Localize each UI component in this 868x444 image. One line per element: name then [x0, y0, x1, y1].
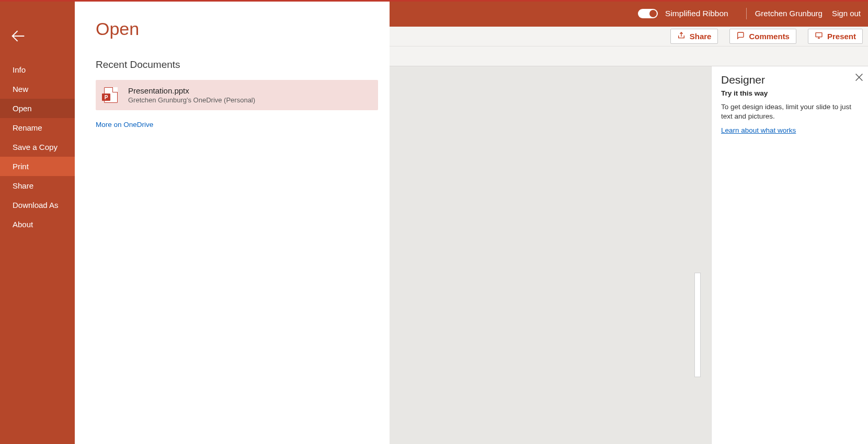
simplified-ribbon-toggle[interactable]: [638, 9, 658, 18]
backstage-item-print[interactable]: Print: [0, 157, 75, 176]
backstage-menu: Info New Open Rename Save a Copy Print S…: [0, 60, 75, 234]
backstage-main: Open Recent Documents P Presentation.ppt…: [75, 0, 390, 444]
recent-file-row[interactable]: P Presentation.pptx Gretchen Grunburg's …: [96, 80, 378, 110]
comments-label: Comments: [749, 32, 790, 41]
designer-title: Designer: [721, 74, 859, 86]
pptx-badge: P: [102, 94, 110, 101]
thumbnail-scrollbar[interactable]: [694, 273, 701, 377]
share-button[interactable]: Share: [670, 29, 718, 44]
recent-file-name: Presentation.pptx: [128, 86, 255, 95]
designer-subtitle: Try it this way: [721, 89, 859, 97]
present-button[interactable]: Present: [808, 29, 863, 44]
simplified-ribbon-label: Simplified Ribbon: [665, 9, 728, 18]
backstage-item-share[interactable]: Share: [0, 176, 75, 195]
backstage-item-about[interactable]: About: [0, 215, 75, 234]
close-icon[interactable]: [853, 72, 865, 83]
sign-out-link[interactable]: Sign out: [832, 9, 861, 18]
backstage-panel: Info New Open Rename Save a Copy Print S…: [0, 0, 390, 444]
recent-file-location: Gretchen Grunburg's OneDrive (Personal): [128, 96, 255, 104]
divider: [746, 8, 747, 19]
backstage-item-rename[interactable]: Rename: [0, 118, 75, 137]
pptx-file-icon: P: [104, 87, 118, 103]
backstage-item-open[interactable]: Open: [0, 99, 75, 118]
designer-learn-link[interactable]: Learn about what works: [721, 126, 796, 134]
top-strip: [0, 0, 868, 2]
recent-documents-heading: Recent Documents: [96, 59, 371, 71]
designer-pane: Designer Try it this way To get design i…: [711, 66, 868, 444]
comments-button[interactable]: Comments: [729, 29, 796, 44]
designer-body: To get design ideas, limit your slide to…: [721, 102, 859, 121]
present-icon: [815, 31, 823, 41]
backstage-sidebar: Info New Open Rename Save a Copy Print S…: [0, 0, 75, 444]
back-arrow-icon[interactable]: [9, 27, 27, 45]
more-on-onedrive-link[interactable]: More on OneDrive: [96, 121, 371, 128]
svg-rect-0: [816, 33, 822, 37]
backstage-title: Open: [96, 19, 371, 39]
present-label: Present: [827, 32, 856, 41]
backstage-item-info[interactable]: Info: [0, 60, 75, 79]
backstage-item-download-as[interactable]: Download As: [0, 195, 75, 215]
user-name[interactable]: Gretchen Grunburg: [755, 9, 823, 18]
comment-icon: [736, 31, 745, 41]
backstage-item-new[interactable]: New: [0, 79, 75, 99]
backstage-item-save-copy[interactable]: Save a Copy: [0, 137, 75, 157]
share-label: Share: [690, 32, 712, 41]
share-icon: [677, 31, 686, 41]
